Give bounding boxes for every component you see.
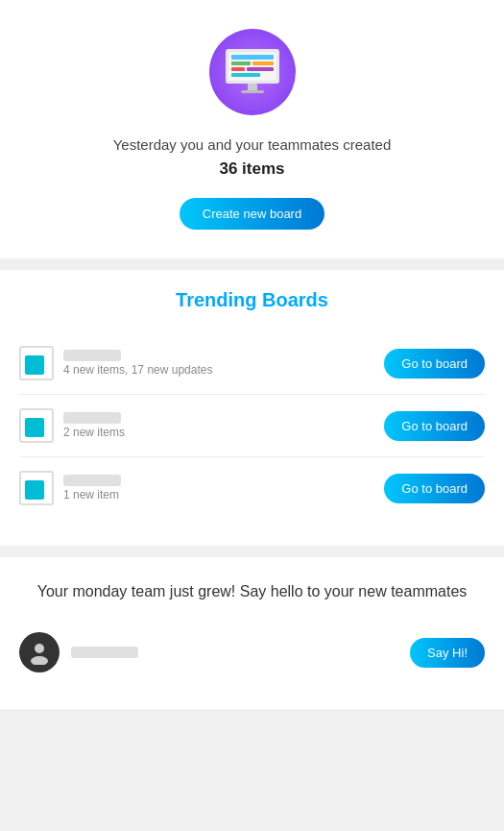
board-left-1: 4 new items, 17 new updates	[19, 346, 212, 380]
trending-highlight: Boards	[262, 289, 328, 310]
svg-rect-8	[248, 84, 257, 91]
say-hi-button[interactable]: Say Hi!	[410, 638, 485, 668]
trending-title: Trending Boards	[19, 289, 485, 311]
svg-point-10	[35, 644, 44, 653]
teammate-item: Say Hi!	[19, 623, 485, 682]
board-item: 4 new items, 17 new updates Go to board	[19, 332, 485, 395]
board-updates-1: 4 new items, 17 new updates	[63, 363, 212, 377]
svg-rect-5	[231, 67, 245, 71]
board-updates-3: 1 new item	[63, 488, 121, 501]
board-name-3	[63, 475, 121, 486]
board-left-2: 2 new items	[19, 408, 125, 443]
board-info-2: 2 new items	[63, 412, 125, 439]
board-updates-2: 2 new items	[63, 426, 125, 439]
board-thumbnail-2	[19, 408, 54, 443]
teammate-name	[71, 647, 138, 658]
board-left-3: 1 new item	[19, 471, 121, 505]
team-title: Your monday team just grew! Say hello to…	[19, 580, 485, 603]
board-item-3: 1 new item Go to board	[19, 457, 485, 519]
teammate-left	[19, 632, 138, 672]
board-info-3: 1 new item	[63, 475, 121, 501]
avatar	[19, 632, 60, 672]
svg-rect-3	[231, 61, 251, 65]
goto-board-button-2[interactable]: Go to board	[384, 411, 485, 441]
team-section: Your monday team just grew! Say hello to…	[0, 557, 504, 709]
hero-section: Yesterday you and your teammates created…	[0, 0, 504, 258]
create-new-board-button[interactable]: Create new board	[180, 198, 324, 230]
svg-rect-9	[241, 90, 264, 93]
svg-rect-4	[252, 61, 274, 65]
goto-board-button-3[interactable]: Go to board	[384, 474, 485, 503]
svg-rect-2	[231, 55, 274, 60]
board-name-1	[63, 350, 121, 361]
hero-illustration	[209, 29, 296, 115]
board-thumbnail-1	[19, 346, 54, 380]
board-name-2	[63, 412, 121, 424]
board-info-1: 4 new items, 17 new updates	[63, 350, 212, 377]
board-item-2: 2 new items Go to board	[19, 395, 485, 457]
goto-board-button-1[interactable]: Go to board	[384, 349, 485, 379]
svg-rect-7	[231, 73, 260, 77]
trending-section: Trending Boards 4 new items, 17 new upda…	[0, 270, 504, 546]
svg-rect-6	[247, 67, 274, 71]
hero-text: Yesterday you and your teammates created…	[113, 134, 392, 181]
svg-point-11	[31, 656, 48, 665]
board-thumbnail-3	[19, 471, 54, 505]
